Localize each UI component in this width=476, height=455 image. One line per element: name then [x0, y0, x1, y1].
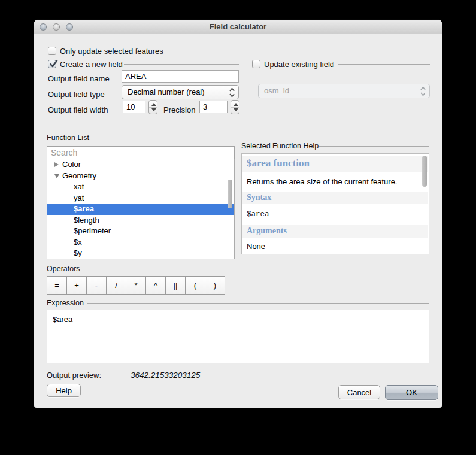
output-field-name-input[interactable]	[122, 70, 239, 83]
help-title-band: $area function	[242, 156, 428, 172]
tree-item-y[interactable]: $y	[47, 248, 234, 259]
stepper-up-icon[interactable]	[234, 103, 238, 106]
stepper-up-icon[interactable]	[151, 103, 156, 106]
tree-item-perimeter[interactable]: $perimeter	[47, 226, 234, 237]
update-existing-field-checkbox[interactable]	[252, 60, 260, 68]
checkmark-icon	[48, 59, 59, 69]
operators-line	[83, 269, 226, 269]
only-update-selected-label: Only update selected features	[60, 47, 163, 56]
operator-minus-button[interactable]: -	[86, 276, 107, 295]
function-list-line	[101, 138, 235, 138]
precision-input[interactable]	[199, 101, 228, 113]
update-group-line	[338, 64, 430, 65]
expression-editor[interactable]: $area	[47, 310, 429, 363]
create-new-field-label: Create a new field	[60, 60, 123, 69]
operators-label: Operators	[47, 265, 80, 273]
update-existing-field-label: Update existing field	[264, 60, 334, 69]
function-help-panel: $area function Returns the area size of …	[241, 153, 429, 254]
expression-line	[87, 303, 429, 304]
stepper-down-icon[interactable]	[151, 108, 156, 111]
arguments-heading: Arguments	[247, 226, 287, 236]
operator-concat-button[interactable]: ||	[165, 276, 186, 295]
title-bar[interactable]: Field calculator	[34, 20, 442, 34]
precision-stepper[interactable]	[231, 100, 239, 114]
create-new-field-checkbox[interactable]	[48, 60, 56, 68]
help-line	[319, 146, 429, 147]
syntax-heading: Syntax	[247, 193, 271, 202]
tree-item-length[interactable]: $length	[47, 215, 234, 226]
output-field-type-select[interactable]: Decimal number (real)	[122, 85, 239, 99]
width-stepper[interactable]	[148, 100, 157, 114]
help-scrollbar[interactable]	[422, 156, 427, 187]
only-update-selected-checkbox[interactable]	[48, 47, 56, 55]
selected-function-help-label: Selected Function Help	[241, 142, 319, 150]
tree-item-yat[interactable]: yat	[47, 193, 234, 204]
tree-item-color[interactable]: Color	[47, 159, 234, 171]
existing-field-select: osm_id	[258, 84, 430, 98]
function-tree: Color Geometry xat yat $area $length $pe…	[47, 159, 235, 259]
syntax-code: $area	[247, 210, 269, 219]
desktop-background: { "window": { "title": "Field calculator…	[0, 0, 476, 455]
help-arguments-band: Arguments	[242, 225, 428, 238]
output-field-type-value: Decimal number (real)	[128, 86, 205, 99]
output-field-width-label: Output field width	[48, 105, 108, 114]
window-title: Field calculator	[34, 20, 442, 34]
help-title: $area function	[247, 157, 310, 169]
combo-arrows-icon	[420, 86, 426, 96]
combo-arrows-icon	[229, 87, 235, 98]
field-calculator-dialog: Field calculator Only update selected fe…	[34, 20, 442, 408]
tree-item-area-selected[interactable]: $area	[47, 204, 234, 215]
help-button[interactable]: Help	[47, 384, 81, 397]
operator-multiply-button[interactable]: *	[126, 276, 146, 295]
tree-item-geometry[interactable]: Geometry	[47, 171, 234, 182]
operator-equals-button[interactable]: =	[47, 276, 67, 295]
output-field-type-label: Output field type	[48, 90, 105, 99]
precision-label: Precision	[163, 105, 195, 114]
operator-open-paren-button[interactable]: (	[185, 276, 205, 295]
operator-close-paren-button[interactable]: )	[205, 276, 225, 295]
tree-item-x[interactable]: $x	[47, 237, 234, 248]
operator-divide-button[interactable]: /	[106, 276, 126, 295]
output-field-name-label: Output field name	[48, 74, 110, 83]
stepper-down-icon[interactable]	[234, 108, 238, 111]
output-preview-label: Output preview:	[47, 371, 101, 380]
collapsed-arrow-icon[interactable]	[54, 162, 59, 167]
search-input[interactable]	[47, 146, 235, 159]
tree-scrollbar[interactable]	[228, 180, 232, 208]
expression-label: Expression	[47, 299, 84, 307]
output-field-width-input[interactable]	[123, 101, 145, 113]
tree-item-xat[interactable]: xat	[47, 181, 234, 193]
arguments-value: None	[247, 242, 265, 251]
help-syntax-band: Syntax	[242, 192, 428, 204]
expanded-arrow-icon[interactable]	[54, 174, 59, 178]
operator-power-button[interactable]: ^	[145, 276, 166, 295]
ok-button[interactable]: OK	[385, 385, 438, 400]
function-list-label: Function List	[47, 134, 89, 142]
output-preview-value: 3642.21533203125	[131, 371, 200, 380]
cancel-button[interactable]: Cancel	[338, 385, 380, 399]
operator-plus-button[interactable]: +	[66, 276, 87, 295]
help-description: Returns the area size of the current fea…	[247, 177, 397, 186]
existing-field-value: osm_id	[264, 84, 289, 98]
create-group-line	[124, 64, 239, 65]
operators-row: = + - / * ^ || ( )	[47, 276, 225, 295]
